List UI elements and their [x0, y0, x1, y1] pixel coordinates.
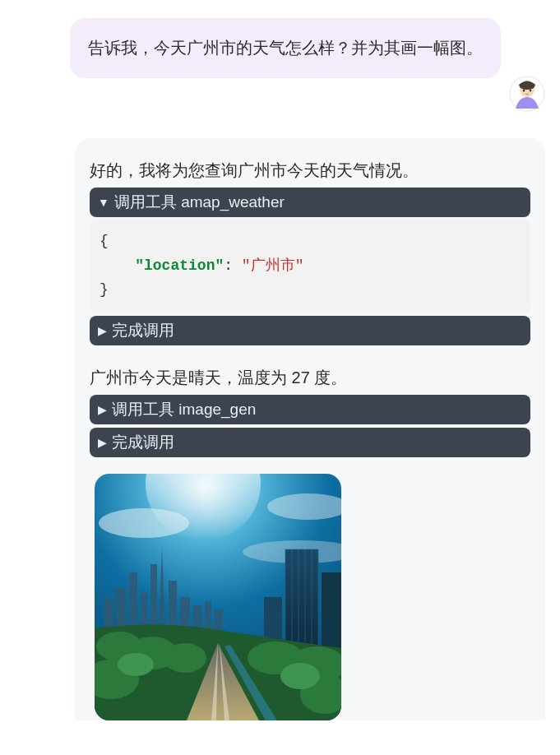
user-message-row: 告诉我，今天广州市的天气怎么样？并为其画一幅图。	[15, 18, 545, 115]
tool-done-header-weather[interactable]: ▶ 完成调用	[90, 316, 530, 345]
assistant-text-2: 广州市今天是晴天，温度为 27 度。	[90, 365, 530, 390]
generated-image[interactable]	[95, 474, 341, 720]
svg-rect-18	[205, 601, 211, 630]
tool-done-header-imagegen[interactable]: ▶ 完成调用	[90, 428, 530, 457]
svg-point-2	[523, 90, 525, 92]
svg-rect-11	[129, 572, 137, 630]
svg-point-35	[118, 653, 154, 676]
svg-rect-17	[193, 605, 201, 630]
tool-call-label: 调用工具 amap_weather	[114, 192, 285, 213]
assistant-message-row: 好的，我将为您查询广州市今天的天气情况。 ▼ 调用工具 amap_weather…	[15, 138, 545, 720]
tool-done-label: 完成调用	[112, 432, 174, 453]
svg-rect-12	[141, 593, 147, 630]
svg-point-36	[280, 663, 320, 689]
chevron-right-icon: ▶	[98, 404, 107, 415]
tool-done-label: 完成调用	[112, 320, 174, 341]
user-message-bubble: 告诉我，今天广州市的天气怎么样？并为其画一幅图。	[70, 18, 501, 78]
svg-rect-16	[180, 597, 190, 630]
svg-rect-15	[169, 581, 177, 630]
svg-point-6	[99, 508, 189, 538]
assistant-message-bubble: 好的，我将为您查询广州市今天的天气情况。 ▼ 调用工具 amap_weather…	[75, 138, 545, 720]
chevron-down-icon: ▼	[98, 197, 109, 208]
tool-call-header-weather[interactable]: ▼ 调用工具 amap_weather	[90, 188, 530, 217]
svg-point-3	[530, 90, 532, 92]
svg-rect-9	[104, 597, 113, 630]
chevron-right-icon: ▶	[98, 437, 107, 448]
code-value: "广州市"	[242, 257, 304, 274]
svg-rect-20	[285, 549, 318, 650]
generated-image-container	[95, 474, 530, 720]
svg-point-30	[164, 643, 206, 673]
chevron-right-icon: ▶	[98, 325, 107, 336]
svg-rect-19	[215, 609, 223, 630]
tool-call-header-imagegen[interactable]: ▶ 调用工具 image_gen	[90, 395, 530, 424]
svg-rect-10	[116, 587, 126, 630]
avatar-icon	[509, 76, 545, 112]
svg-rect-26	[322, 572, 341, 650]
code-key: "location"	[135, 257, 224, 274]
tool-call-label: 调用工具 image_gen	[112, 399, 256, 420]
user-message-text: 告诉我，今天广州市的天气怎么样？并为其画一幅图。	[88, 39, 483, 57]
svg-rect-13	[150, 564, 157, 630]
user-avatar	[509, 76, 545, 115]
tool-call-code: { "location": "广州市" }	[90, 220, 530, 313]
assistant-text-1: 好的，我将为您查询广州市今天的天气情况。	[90, 158, 530, 183]
